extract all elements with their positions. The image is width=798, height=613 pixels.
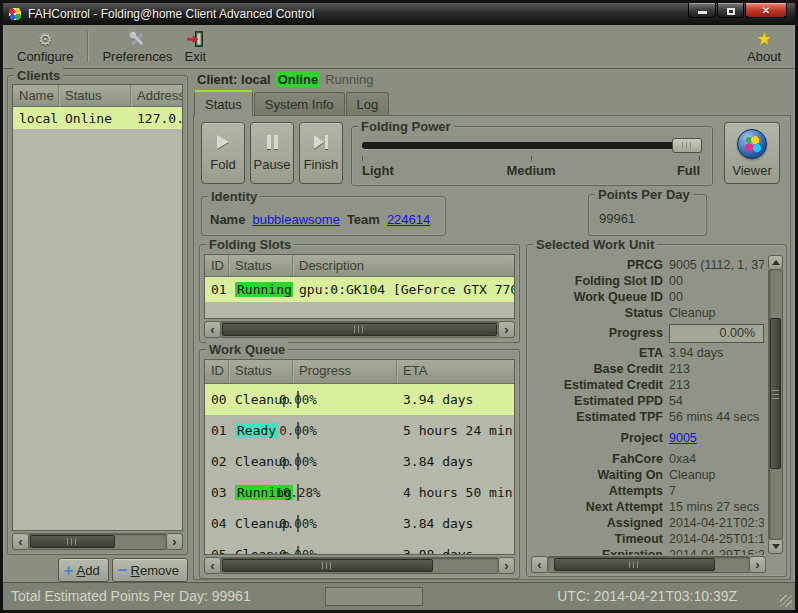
remove-client-button[interactable]: − Remove: [112, 558, 188, 582]
clients-col-name[interactable]: Name: [13, 85, 59, 106]
queue-id: 00: [205, 392, 229, 407]
queue-eta: 3.98 days: [397, 547, 514, 554]
scroll-up-button[interactable]: [768, 255, 783, 270]
scroll-right-button[interactable]: ›: [749, 556, 766, 573]
scroll-right-button[interactable]: ›: [166, 533, 183, 550]
tab-status[interactable]: Status: [194, 90, 253, 116]
slots-col-id[interactable]: ID: [205, 255, 229, 276]
queue-row-02[interactable]: 02 Cleanup 0.00% 3.84 days: [205, 446, 514, 477]
wu-label: Project: [533, 431, 663, 445]
scroll-thumb[interactable]: [554, 558, 715, 571]
client-buttons: + Add − Remove: [7, 558, 188, 582]
wu-label: Estimated TPF: [533, 410, 663, 424]
wu-label: Attempts: [533, 484, 663, 498]
tools-icon: [128, 29, 146, 49]
slots-col-description[interactable]: Description: [293, 255, 514, 276]
queue-col-status[interactable]: Status: [229, 360, 293, 383]
add-client-button[interactable]: + Add: [58, 558, 109, 582]
wu-value: 00: [669, 290, 683, 304]
queue-row-05[interactable]: 05 Cleanup 0.00% 3.98 days: [205, 539, 514, 554]
wu-value: 3.94 days: [669, 346, 723, 360]
scroll-trough[interactable]: [221, 321, 498, 338]
scroll-left-button[interactable]: ‹: [204, 557, 221, 574]
scroll-thumb[interactable]: [222, 559, 433, 572]
clients-col-address[interactable]: Address: [131, 85, 182, 106]
pause-button[interactable]: Pause: [250, 122, 294, 184]
tab-system-info[interactable]: System Info: [254, 92, 345, 116]
queue-row-00[interactable]: 00 Cleanup 0.00% 3.94 days: [205, 384, 514, 415]
scroll-left-button[interactable]: ‹: [531, 556, 548, 573]
wu-label: FahCore: [533, 452, 663, 466]
about-button[interactable]: ★ About: [741, 27, 787, 66]
queue-eta: 5 hours 24 mins: [397, 423, 514, 438]
wu-value: 00: [669, 274, 683, 288]
preferences-button[interactable]: Preferences: [96, 27, 178, 66]
maximize-button[interactable]: [717, 3, 744, 18]
selected-work-unit-panel: Selected Work Unit PRCG9005 (1112, 1, 37…: [526, 244, 787, 577]
main-content: Clients Name Status Address local Online…: [3, 69, 795, 582]
fold-button[interactable]: Fold: [201, 122, 245, 184]
queue-col-id[interactable]: ID: [205, 360, 229, 383]
scroll-left-button[interactable]: ‹: [204, 321, 221, 338]
wu-label: Work Queue ID: [533, 290, 663, 304]
scroll-thumb[interactable]: [222, 323, 497, 336]
minimize-button[interactable]: [688, 3, 716, 18]
scroll-thumb[interactable]: [30, 535, 115, 548]
queue-progress-cell: 0.00%: [293, 547, 397, 554]
wu-value: 9005 (1112, 1, 37): [669, 258, 764, 272]
finish-button[interactable]: Finish: [299, 122, 343, 184]
queue-row-01[interactable]: 01 Ready 0.00% 5 hours 24 mins: [205, 415, 514, 446]
configure-button[interactable]: ⚙ Configure: [11, 27, 79, 66]
queue-row-04[interactable]: 04 Cleanup 0.00% 3.84 days: [205, 508, 514, 539]
exit-label: Exit: [184, 49, 206, 64]
scroll-right-button[interactable]: ›: [498, 321, 515, 338]
wu-label: Assigned: [533, 516, 663, 530]
add-label: Add: [77, 563, 100, 578]
close-button[interactable]: ✕: [745, 3, 787, 18]
wu-label: PRCG: [533, 258, 663, 272]
exit-button[interactable]: Exit: [178, 27, 212, 66]
wu-value: 213: [669, 362, 690, 376]
exit-door-icon: [186, 29, 204, 49]
power-slider-trough[interactable]: [362, 142, 700, 149]
slot-row[interactable]: 01 Running gpu:0:GK104 [GeForce GTX 770]: [205, 277, 514, 302]
queue-eta: 3.94 days: [397, 392, 514, 407]
wu-label: Expiration: [533, 548, 663, 555]
folding-power-panel: Folding Power Light Medium Full: [351, 126, 713, 186]
scroll-trough[interactable]: [768, 270, 783, 539]
slot-id: 01: [205, 282, 229, 297]
scroll-trough[interactable]: [29, 533, 166, 550]
window-controls: ✕: [688, 3, 787, 18]
queue-col-eta[interactable]: ETA: [397, 360, 514, 383]
client-row-local[interactable]: local Online 127.0.: [13, 107, 182, 129]
wu-value: 15 mins 27 secs: [669, 500, 759, 514]
queue-col-progress[interactable]: Progress: [293, 360, 397, 383]
power-label-full: Full: [677, 163, 700, 178]
donor-name-link[interactable]: bubbleawsome: [252, 212, 339, 227]
wu-label: Next Attempt: [533, 500, 663, 514]
progress-bar: 0.00%: [297, 453, 299, 470]
team-number-link[interactable]: 224614: [387, 212, 430, 227]
slots-col-status[interactable]: Status: [229, 255, 293, 276]
tab-log[interactable]: Log: [346, 92, 390, 116]
scroll-trough[interactable]: [221, 557, 498, 574]
scroll-right-button[interactable]: ›: [498, 557, 515, 574]
clients-col-status[interactable]: Status: [59, 85, 131, 106]
scroll-left-button[interactable]: ‹: [12, 533, 29, 550]
queue-id: 04: [205, 516, 229, 531]
wu-label: Timeout: [533, 532, 663, 546]
viewer-button[interactable]: Viewer: [724, 122, 780, 184]
resize-grip[interactable]: [780, 595, 792, 607]
scroll-thumb[interactable]: [770, 318, 781, 469]
wu-label: Base Credit: [533, 362, 663, 376]
queue-id: 01: [205, 423, 229, 438]
scroll-down-button[interactable]: [768, 539, 783, 554]
progress-bar: 0.00%: [297, 391, 299, 408]
scroll-trough[interactable]: [548, 556, 749, 573]
power-slider-handle[interactable]: [672, 138, 702, 153]
window-title: FAHControl - Folding@home Client Advance…: [28, 7, 314, 21]
queue-eta: 3.84 days: [397, 516, 514, 531]
wu-label: Folding Slot ID: [533, 274, 663, 288]
queue-row-03[interactable]: 03 Running 10.28% 4 hours 50 mins: [205, 477, 514, 508]
project-link[interactable]: 9005: [669, 431, 697, 445]
